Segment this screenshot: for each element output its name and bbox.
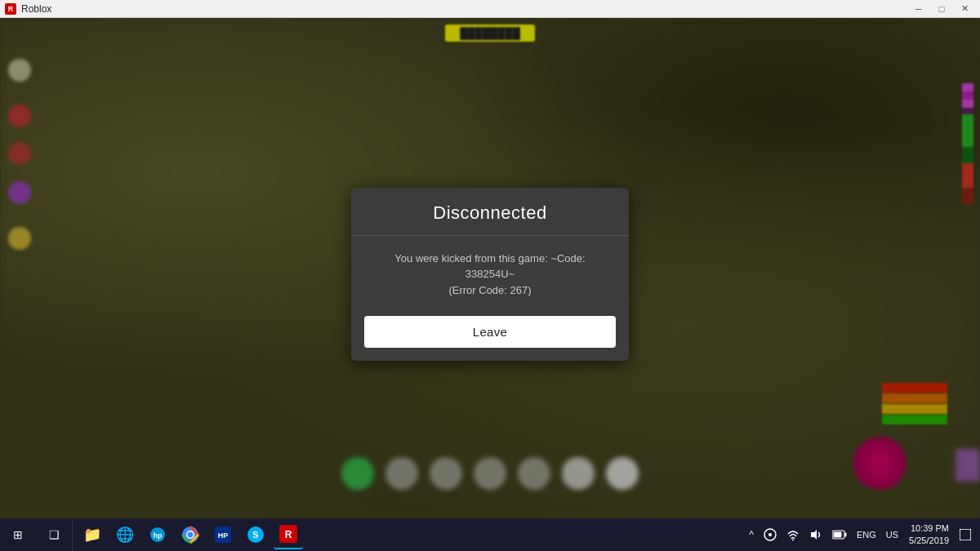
svg-rect-16 [844,533,846,537]
taskbar-hp[interactable]: hp [143,520,172,549]
game-area: ████████ [0,18,980,531]
close-button[interactable]: ✕ [954,2,975,16]
dialog-header: Disconnected [351,188,629,236]
skype-icon: S [247,526,265,544]
taskbar-network[interactable] [761,528,779,541]
taskbar: ⊞ ❑ 📁 🌐 hp HP [0,518,980,551]
svg-rect-18 [960,529,971,540]
taskbar-ie[interactable]: 🌐 [110,520,140,549]
notification-button[interactable] [957,529,973,540]
taskbar-hp-support[interactable]: HP [208,520,238,549]
start-button[interactable]: ⊞ [0,518,36,551]
wifi-icon [786,528,800,541]
title-bar: R Roblox ─ □ ✕ [0,0,980,18]
language-text: ENG [857,530,876,540]
dialog-title: Disconnected [433,202,546,223]
dialog-message: You were kicked from this game: ~Code: 3… [371,251,609,299]
svg-rect-17 [833,532,841,538]
taskbar-chrome[interactable] [176,520,205,549]
hp-icon: hp [149,527,166,543]
svg-text:S: S [252,530,258,540]
battery-icon [832,530,847,540]
window-controls: ─ □ ✕ [908,2,975,16]
clock-date: 5/25/2019 [909,535,949,547]
leave-button[interactable]: Leave [364,316,616,348]
taskbar-volume[interactable] [807,528,825,541]
dialog-footer: Leave [351,311,629,361]
disconnected-dialog: Disconnected You were kicked from this g… [351,188,629,362]
taskbar-region[interactable]: US [884,530,901,540]
taskbar-skype[interactable]: S [241,520,270,549]
maximize-button[interactable]: □ [931,2,952,16]
dialog-overlay: Disconnected You were kicked from this g… [0,18,980,531]
taskbar-right: ^ [740,518,980,551]
hp-support-icon: HP [215,527,231,543]
taskbar-apps: 📁 🌐 hp HP [72,518,308,551]
taskbar-battery[interactable] [830,530,849,540]
taskbar-file-explorer[interactable]: 📁 [78,520,107,549]
taskbar-language[interactable]: ENG [854,530,879,540]
taskbar-roblox[interactable]: R [274,520,303,549]
app-icon: R [5,3,16,15]
clock[interactable]: 10:39 PM 5/25/2019 [906,522,952,548]
region-text: US [886,530,898,540]
svg-point-4 [188,532,194,538]
minimize-button[interactable]: ─ [908,2,929,16]
taskbar-chevron[interactable]: ^ [746,529,756,540]
dialog-message-line1: You were kicked from this game: ~Code: 3… [394,252,585,281]
network-icon [764,528,777,541]
titlebar-left: R Roblox [5,3,51,15]
volume-icon [809,528,822,541]
svg-text:HP: HP [218,531,229,540]
dialog-body: You were kicked from this game: ~Code: 3… [351,236,629,312]
taskbar-left: ⊞ ❑ [0,518,72,551]
svg-point-13 [792,540,794,541]
window-title: Roblox [21,3,51,15]
svg-point-12 [768,533,772,536]
svg-marker-14 [811,530,817,540]
roblox-icon: R [279,525,297,543]
svg-text:hp: hp [154,531,163,540]
dialog-message-line2: (Error Code: 267) [448,284,531,296]
svg-text:R: R [285,529,292,540]
clock-time: 10:39 PM [909,522,949,535]
notification-icon [960,529,971,540]
task-view-button[interactable]: ❑ [36,518,72,551]
taskbar-wifi[interactable] [784,528,802,541]
chrome-icon [181,526,199,544]
